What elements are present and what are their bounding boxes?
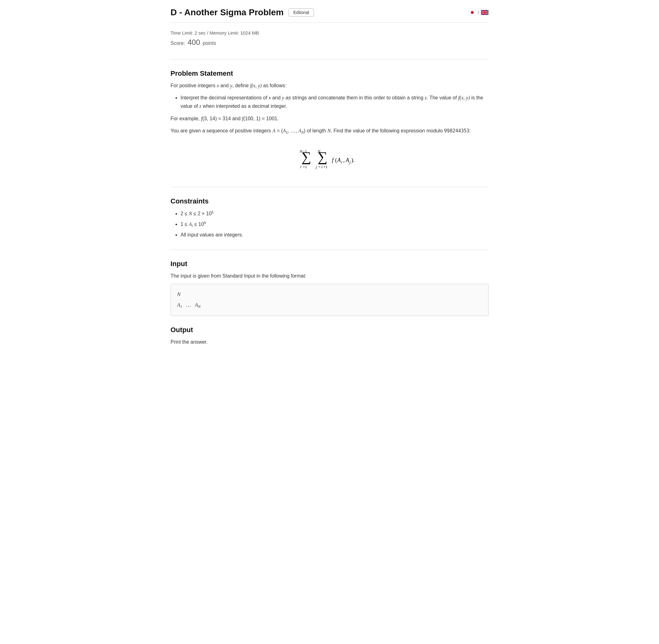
score-value: 400: [188, 38, 200, 46]
divider-2: [171, 187, 488, 187]
var-y: y: [230, 83, 232, 88]
svg-text:).: ).: [351, 157, 355, 164]
score-label: Score:: [171, 41, 185, 46]
input-line-2: A1 … AN: [177, 300, 482, 310]
sigma-svg: ∑ i =1 N −1 ∑ j = i +1 N f ( A i , A j )…: [295, 143, 364, 175]
input-description: The input is given from Standard Input i…: [171, 272, 488, 280]
input-line-1: N: [177, 289, 482, 300]
constraint-1: 2 ≤ N ≤ 2 × 105: [180, 209, 488, 218]
sigma-formula: ∑ i =1 N −1 ∑ j = i +1 N f ( A i , A j )…: [171, 143, 488, 175]
svg-text:i: i: [341, 160, 342, 164]
score-line: Score: 400 points: [171, 38, 488, 47]
divider-3: [171, 250, 488, 250]
svg-point-1: [471, 11, 474, 14]
lang-separator: /: [478, 10, 479, 15]
svg-text:−1: −1: [303, 149, 307, 154]
var-x: x: [217, 83, 219, 88]
problem-statement-heading: Problem Statement: [171, 69, 488, 77]
output-description: Print the answer.: [171, 338, 488, 346]
svg-text:+1: +1: [323, 164, 328, 169]
flag-uk-icon[interactable]: [481, 10, 488, 15]
svg-text:(: (: [335, 157, 337, 164]
editorial-button[interactable]: Editorial: [289, 8, 314, 17]
page-title: D - Another Sigma Problem: [171, 7, 284, 18]
svg-text:f: f: [332, 157, 334, 163]
svg-text:A: A: [345, 157, 349, 163]
svg-text:A: A: [337, 157, 341, 163]
page-header: D - Another Sigma Problem Editorial /: [171, 0, 488, 23]
svg-text:=: =: [318, 164, 321, 169]
svg-text:j: j: [315, 164, 317, 169]
input-heading: Input: [171, 260, 488, 268]
svg-text:i: i: [322, 164, 323, 169]
constraints-heading: Constraints: [171, 197, 488, 205]
constraints-list: 2 ≤ N ≤ 2 × 105 1 ≤ Ai ≤ 109 All input v…: [180, 209, 488, 239]
example-text: For example, f(3, 14) = 314 and f(100, 1…: [171, 114, 488, 123]
svg-text:=1: =1: [303, 164, 307, 169]
svg-text:i: i: [300, 164, 302, 169]
flag-jp-icon[interactable]: [468, 10, 476, 15]
language-switcher[interactable]: /: [468, 10, 488, 15]
output-heading: Output: [171, 326, 488, 334]
problem-intro: For positive integers x and y, define f(…: [171, 81, 488, 90]
time-memory-limit: Time Limit: 2 sec / Memory Limit: 1024 M…: [171, 30, 488, 36]
svg-text:N: N: [299, 149, 303, 154]
definition-list: Interpret the decimal representations of…: [180, 93, 488, 110]
divider-1: [171, 59, 488, 60]
svg-text:N: N: [317, 149, 321, 154]
meta-section: Time Limit: 2 sec / Memory Limit: 1024 M…: [171, 23, 488, 49]
constraint-2: 1 ≤ Ai ≤ 109: [180, 220, 488, 229]
svg-text:,: ,: [343, 157, 345, 163]
header-left: D - Another Sigma Problem Editorial: [171, 7, 314, 18]
score-unit: points: [203, 41, 216, 46]
definition-bullet-1: Interpret the decimal representations of…: [180, 93, 488, 110]
constraint-3: All input values are integers.: [180, 231, 488, 239]
input-format-box: N A1 … AN: [171, 284, 488, 316]
func-fxy: f(x, y): [250, 83, 262, 88]
sequence-description: You are given a sequence of positive int…: [171, 127, 488, 136]
